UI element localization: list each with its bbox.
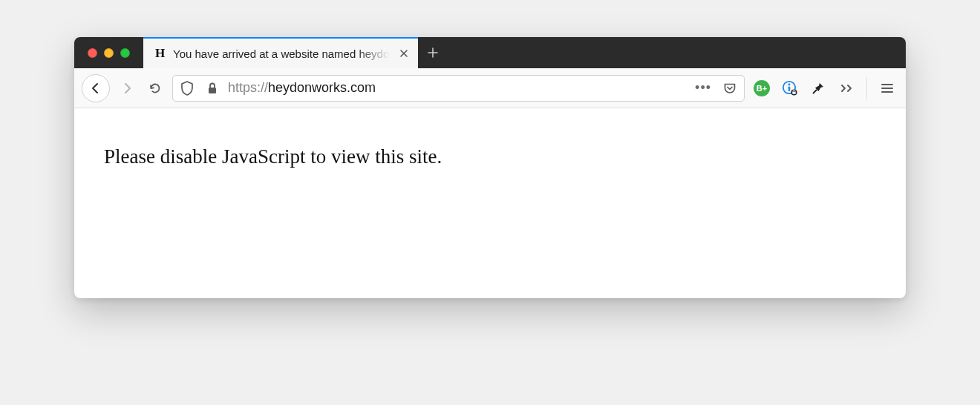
tracking-protection-icon[interactable] [177,79,197,98]
tab-close-button[interactable] [397,47,411,60]
page-actions-button[interactable]: ••• [692,80,714,96]
url-domain: heydonworks.com [268,80,376,95]
url-protocol: https:// [228,80,268,95]
tab-strip: H You have arrived at a website named he… [143,37,906,68]
svg-rect-3 [788,86,791,91]
pocket-icon[interactable] [720,79,739,98]
url-text[interactable]: https://heydonworks.com [228,80,686,96]
svg-rect-5 [792,91,795,93]
extension-rating-button[interactable]: B+ [751,77,773,99]
overflow-button[interactable] [835,77,858,99]
titlebar: H You have arrived at a website named he… [74,37,906,68]
page-message: Please disable JavaScript to view this s… [104,145,876,168]
window-close-button[interactable] [88,48,97,58]
app-menu-button[interactable] [876,77,898,99]
window-controls [74,37,143,68]
tab-title: You have arrived at a website named heyd… [173,47,390,60]
page-content: Please disable JavaScript to view this s… [74,108,906,298]
svg-rect-0 [209,88,216,93]
svg-point-2 [788,83,791,85]
back-button[interactable] [82,74,110,102]
browser-window: H You have arrived at a website named he… [74,37,906,298]
reload-button[interactable] [144,75,166,102]
extension-pin-button[interactable] [807,77,829,99]
window-zoom-button[interactable] [120,48,130,58]
favicon-icon: H [154,46,166,61]
nav-toolbar: https://heydonworks.com ••• B+ [74,68,906,108]
rating-badge-icon: B+ [754,80,770,96]
active-tab[interactable]: H You have arrived at a website named he… [143,37,418,68]
forward-button[interactable] [116,75,138,102]
new-tab-button[interactable] [418,37,448,68]
window-minimize-button[interactable] [104,48,114,58]
address-bar[interactable]: https://heydonworks.com ••• [172,75,745,102]
lock-icon[interactable] [203,79,222,98]
toolbar-separator [866,77,867,99]
extension-info-button[interactable] [779,77,801,99]
